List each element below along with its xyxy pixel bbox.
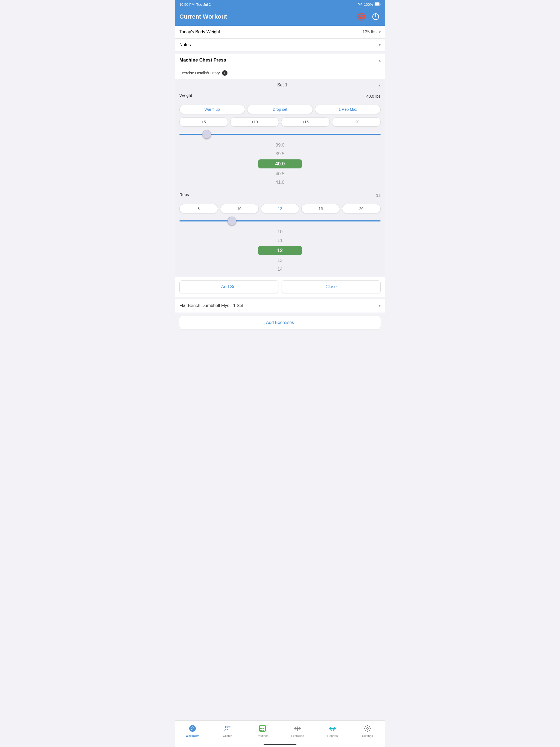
reports-icon (329, 725, 336, 733)
tab-workouts[interactable]: Workouts (175, 723, 210, 739)
add-exercises-section: Add Exercises (175, 312, 385, 333)
finish-workout-button[interactable] (371, 12, 381, 22)
reps-12-button[interactable]: 12 (261, 204, 299, 213)
status-bar-left: 10:50 PM Tue Jul 2 (179, 2, 211, 6)
set-header-1[interactable]: Set 1 ▴ (175, 79, 385, 91)
battery-text: 100% (364, 2, 373, 6)
clients-icon (224, 725, 231, 733)
notes-label: Notes (179, 42, 191, 47)
close-button[interactable]: Close (282, 280, 381, 293)
reps-picker-item-4: 13 (278, 256, 283, 265)
reps-label: Reps (179, 192, 189, 197)
tab-clients-label: Clients (223, 734, 232, 738)
reps-picker-item-2: 11 (278, 236, 283, 245)
add-exercises-button[interactable]: Add Exercises (179, 316, 381, 330)
exercise-chevron-2: ▾ (379, 304, 381, 308)
exercise-section-1: Machine Chest Press ▴ Exercise Details/H… (175, 54, 385, 297)
svg-rect-22 (260, 728, 262, 729)
drop-set-button[interactable]: Drop set (247, 105, 313, 114)
scroll-content: Today's Body Weight 135 lbs ▾ Notes ▾ Ma… (175, 26, 385, 720)
tab-reports[interactable]: Reports (315, 723, 350, 739)
reps-picker[interactable]: 10 11 12 13 14 (175, 225, 385, 277)
tab-bar: Workouts Clients (175, 720, 385, 742)
set-action-buttons: Add Set Close (175, 277, 385, 297)
reps-10-button[interactable]: 10 (220, 204, 259, 213)
weight-field-row: Weight 40.0 lbs (179, 93, 381, 99)
tab-settings-label: Settings (362, 734, 373, 738)
svg-rect-24 (260, 730, 262, 731)
reps-8-button[interactable]: 8 (179, 204, 218, 213)
notes-chevron: ▾ (379, 43, 381, 47)
settings-icon (364, 725, 371, 733)
weight-slider[interactable] (179, 134, 381, 135)
reps-20-button[interactable]: 20 (342, 204, 381, 213)
warm-up-button[interactable]: Warm up (179, 105, 245, 114)
tab-clients[interactable]: Clients (210, 723, 245, 739)
reps-15-button[interactable]: 15 (301, 204, 340, 213)
exercise-detail-row[interactable]: Exercise Details/History i (175, 67, 385, 79)
workouts-icon (189, 725, 196, 733)
tab-reports-label: Reports (327, 734, 338, 738)
weight-picker[interactable]: 39.0 39.5 40.0 40.5 41.0 (175, 138, 385, 190)
tab-settings[interactable]: Settings (350, 723, 385, 739)
weight-label: Weight (179, 93, 192, 98)
set-title-1: Set 1 (186, 83, 379, 87)
home-indicator (175, 742, 385, 747)
body-weight-row[interactable]: Today's Body Weight 135 lbs ▾ (175, 26, 385, 38)
exercise-title-2: Flat Bench Dumbbell Flys - 1 Set (179, 303, 244, 308)
exercise-row-2[interactable]: Flat Bench Dumbbell Flys - 1 Set ▾ (175, 297, 385, 312)
wifi-icon (358, 2, 362, 6)
reps-slider-container[interactable] (175, 215, 385, 225)
one-rep-max-button[interactable]: 1 Rep Max (315, 105, 381, 114)
body-weight-chevron: ▾ (379, 30, 381, 34)
reps-field-row: Reps 12 (179, 192, 381, 199)
weight-preset-row: Warm up Drop set 1 Rep Max (175, 103, 385, 115)
header-actions (356, 11, 381, 22)
exercises-icon (294, 725, 301, 733)
svg-rect-28 (295, 727, 296, 729)
svg-rect-1 (375, 3, 379, 5)
status-time: 10:50 PM (179, 2, 195, 6)
reps-picker-item-1: 10 (278, 228, 283, 236)
reps-slider[interactable] (179, 221, 381, 222)
tab-exercises[interactable]: Exercises (280, 723, 315, 739)
reps-picker-item-selected[interactable]: 12 (258, 246, 302, 255)
notes-row[interactable]: Notes ▾ (175, 38, 385, 51)
svg-rect-37 (331, 729, 332, 731)
svg-point-13 (189, 725, 196, 732)
svg-rect-32 (329, 728, 330, 729)
battery-icon (375, 2, 381, 6)
tab-exercises-label: Exercises (291, 734, 304, 738)
weight-picker-item-5: 41.0 (275, 178, 284, 187)
weight-picker-item-selected[interactable]: 40.0 (258, 159, 302, 169)
app-header: Current Workout (175, 9, 385, 26)
exercise-header-1[interactable]: Machine Chest Press ▴ (175, 54, 385, 67)
weight-picker-item-1: 39.0 (275, 141, 284, 150)
svg-point-39 (367, 728, 368, 729)
svg-rect-33 (335, 728, 336, 729)
reps-value: 12 (376, 193, 381, 198)
increment-15-button[interactable]: +15 (281, 117, 330, 127)
bottom-spacer (175, 333, 385, 349)
weight-picker-item-2: 39.5 (275, 150, 284, 158)
tab-routines[interactable]: Routines (245, 723, 280, 739)
increment-20-button[interactable]: +20 (332, 117, 381, 127)
svg-rect-23 (262, 728, 264, 729)
increment-10-button[interactable]: +10 (230, 117, 279, 127)
divider-1 (175, 51, 385, 54)
exercise-title-1: Machine Chest Press (179, 57, 226, 63)
reps-section: Reps 12 (175, 190, 385, 202)
weight-section: Weight 40.0 lbs (175, 91, 385, 103)
set-chevron-1: ▴ (379, 83, 381, 87)
cancel-workout-button[interactable] (356, 11, 366, 22)
tab-workouts-label: Workouts (186, 734, 200, 738)
info-icon: i (222, 70, 228, 76)
add-set-button[interactable]: Add Set (179, 280, 278, 293)
weight-picker-item-4: 40.5 (275, 170, 284, 178)
increment-5-button[interactable]: +5 (179, 117, 228, 127)
svg-rect-29 (299, 727, 300, 729)
weight-slider-container[interactable] (175, 128, 385, 138)
reps-preset-row: 8 10 12 15 20 (175, 202, 385, 215)
svg-point-14 (226, 726, 228, 728)
body-weight-label: Today's Body Weight (179, 29, 220, 34)
